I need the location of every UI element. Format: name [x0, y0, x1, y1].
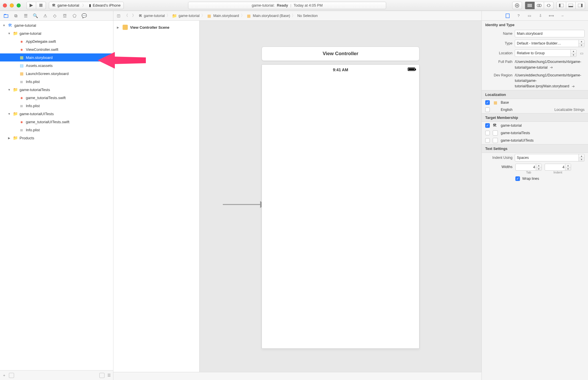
device-icon: ▮ [89, 3, 91, 7]
localization-base-row[interactable]: ✓ Base [482, 99, 588, 106]
find-navigator-tab[interactable]: 🔍 [31, 12, 40, 19]
debug-navigator-tab[interactable]: ☲ [60, 12, 69, 19]
reveal-in-finder-icon[interactable]: ➜ [570, 83, 576, 89]
checkbox[interactable]: ✓ [485, 123, 490, 128]
navigator-filter-bar[interactable]: ＋ ☰ [0, 370, 113, 380]
toggle-navigator-button[interactable] [556, 2, 566, 9]
jump-bar[interactable]: ◫ 〈 〉 🛠game-tutorial 〉 game-tutorial 〉 M… [113, 11, 481, 21]
group-row[interactable]: ▼game-tutorialUITests [0, 110, 113, 118]
back-button[interactable]: 〈 [123, 13, 129, 18]
wrap-lines-checkbox[interactable]: ✓ [515, 176, 520, 181]
run-button[interactable] [26, 2, 36, 9]
project-tree[interactable]: ▼game-tutorial▼game-tutorialAppDelegate.… [0, 21, 113, 370]
filter-scm-icon[interactable] [99, 373, 105, 378]
file-row[interactable]: Info.plist [0, 78, 113, 86]
file-inspector-tab[interactable] [503, 13, 512, 19]
checkbox[interactable] [485, 138, 490, 143]
file-row[interactable]: Info.plist [0, 126, 113, 134]
attributes-inspector-tab[interactable]: ⇩ [536, 13, 545, 19]
svg-rect-21 [506, 14, 509, 18]
file-row[interactable]: game_tutorialUITests.swift [0, 118, 113, 126]
file-row[interactable]: game_tutorialTests.swift [0, 94, 113, 102]
group-row[interactable]: ▼game-tutorialTests [0, 86, 113, 94]
zoom-window-button[interactable] [17, 3, 21, 7]
indent-using-label: Indent Using [485, 156, 512, 160]
view-controller-title-bar[interactable]: View Controller [262, 47, 419, 61]
folder-icon [13, 135, 18, 140]
file-row[interactable]: LaunchScreen.storyboard [0, 70, 113, 78]
symbol-navigator-tab[interactable]: ☰ [21, 12, 30, 19]
close-window-button[interactable] [3, 3, 7, 7]
test-navigator-tab[interactable]: ◇ [51, 12, 59, 19]
localization-english-row[interactable]: English Localizable Strings [482, 106, 588, 113]
target-row[interactable]: game-tutorialUITests [482, 137, 588, 144]
simulated-device-frame[interactable]: 9:41 AM [262, 64, 419, 349]
breakpoint-navigator-tab[interactable]: ⬠ [70, 12, 79, 19]
location-popup[interactable]: Relative to Group ▲▼ [515, 49, 577, 57]
reveal-in-finder-icon[interactable]: ➜ [548, 65, 554, 70]
indent-width-field[interactable]: 4 ▲▼ [545, 164, 571, 171]
wrap-lines-label: Wrap lines [522, 177, 539, 181]
checkbox-on[interactable]: ✓ [485, 100, 490, 105]
panel-toggle-group [556, 2, 585, 9]
navigator-panel: ⧉ ☰ 🔍 ⚠ ◇ ☲ ⬠ 💬 ▼game-tutorial▼game-tuto… [0, 11, 113, 380]
target-row[interactable]: game-tutorialTests [482, 129, 588, 137]
file-row[interactable]: ViewController.swift [0, 45, 113, 53]
filter-icon[interactable]: ☰ [107, 373, 111, 377]
project-root-row[interactable]: ▼game-tutorial [0, 21, 113, 29]
assistant-editor-button[interactable] [535, 2, 544, 9]
name-field[interactable]: Main.storyboard [515, 30, 585, 37]
related-items-icon[interactable]: ◫ [116, 13, 121, 18]
version-editor-button[interactable] [544, 2, 554, 9]
standard-editor-button[interactable] [525, 2, 535, 9]
checkbox[interactable] [485, 131, 490, 135]
scheme-selector[interactable]: 🛠 game-tutorial 〉 ▮ Edward's iPhone [49, 2, 124, 9]
file-row[interactable]: Main.storyboard [0, 53, 113, 61]
text-settings-header: Text Settings [482, 144, 588, 153]
file-row[interactable]: AppDelegate.swift [0, 37, 113, 45]
localization-section-header: Localization [482, 90, 588, 99]
folder-icon [13, 31, 18, 36]
svg-marker-0 [30, 4, 33, 7]
identity-inspector-tab[interactable]: ▭ [525, 13, 534, 19]
svg-rect-18 [4, 14, 6, 15]
filter-recent-icon[interactable] [9, 373, 14, 378]
quick-help-tab[interactable]: ? [514, 13, 523, 19]
disclosure-icon[interactable]: ▶ [117, 26, 120, 29]
interface-builder-canvas[interactable]: View Controller 9:41 AM [200, 21, 481, 372]
minimize-window-button[interactable] [10, 3, 14, 7]
forward-button[interactable]: 〉 [131, 13, 137, 18]
outline-scene-label: View Controller Scene [130, 25, 169, 30]
checkbox-off[interactable] [485, 107, 490, 112]
widths-label: Widths [485, 164, 512, 169]
file-row[interactable]: Assets.xcassets [0, 61, 113, 70]
toggle-inspector-button[interactable] [576, 2, 585, 9]
choose-folder-icon[interactable]: ▭ [579, 50, 585, 56]
group-row[interactable]: ▶Products [0, 134, 113, 142]
indent-using-popup[interactable]: Spaces ▲▼ [515, 154, 585, 161]
toggle-debug-button[interactable] [566, 2, 576, 9]
app-icon: 🛠 [52, 3, 56, 7]
outline-scene-row[interactable]: ▶ View Controller Scene [117, 24, 196, 31]
source-control-navigator-tab[interactable]: ⧉ [11, 12, 20, 19]
tab-width-field[interactable]: 4 ▲▼ [515, 164, 542, 171]
size-inspector-tab[interactable]: ⟺ [547, 13, 556, 19]
project-navigator-tab[interactable] [2, 12, 10, 19]
type-popup[interactable]: Default - Interface Builder… ▲▼ [515, 40, 585, 47]
swift-icon [19, 95, 24, 100]
group-row[interactable]: ▼game-tutorial [0, 29, 113, 37]
document-outline[interactable]: ▶ View Controller Scene [113, 21, 200, 372]
assets-icon [19, 63, 24, 68]
library-button[interactable] [512, 2, 522, 9]
add-icon[interactable]: ＋ [2, 373, 6, 378]
connections-inspector-tab[interactable]: → [558, 13, 566, 19]
stop-button[interactable] [36, 2, 46, 9]
target-row[interactable]: ✓🛠game-tutorial [482, 122, 588, 129]
file-row[interactable]: Info.plist [0, 102, 113, 110]
phone-time-label: 9:41 AM [333, 67, 348, 72]
canvas-bottom-bar[interactable] [113, 372, 481, 380]
issue-navigator-tab[interactable]: ⚠ [41, 12, 49, 19]
folder-icon [172, 13, 177, 18]
report-navigator-tab[interactable]: 💬 [80, 12, 88, 19]
svg-rect-1 [39, 4, 42, 7]
